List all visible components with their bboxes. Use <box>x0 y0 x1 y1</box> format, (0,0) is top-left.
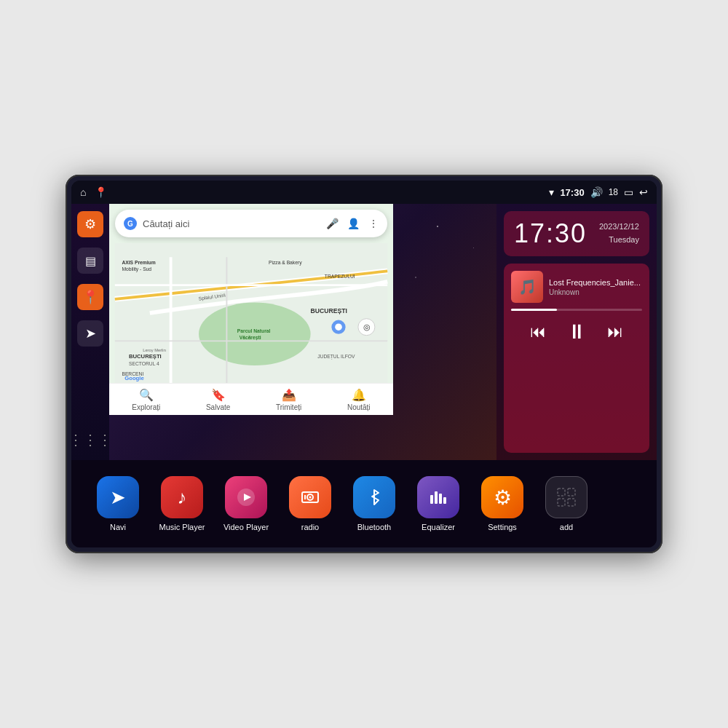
music-meta: Lost Frequencies_Janie... Unknown <box>549 278 642 296</box>
music-controls: ⏮ ⏸ ⏭ <box>511 317 642 347</box>
signal-value: 18 <box>609 187 618 197</box>
bluetooth-label: Bluetooth <box>357 523 391 531</box>
screen: ⌂ 📍 ▾ 17:30 🔊 18 ▭ ↩ ⚙ ▤ <box>71 181 657 547</box>
music-player-icon: ♪ <box>161 476 203 518</box>
svg-text:◎: ◎ <box>363 323 371 331</box>
svg-point-2 <box>199 303 311 365</box>
settings-app-icon: ⚙ <box>481 476 523 518</box>
google-maps-panel[interactable]: G Căutați aici 🎤 👤 ⋮ <box>109 204 393 415</box>
pause-button[interactable]: ⏸ <box>563 317 590 347</box>
svg-point-24 <box>309 496 312 499</box>
explore-label: Explorați <box>132 403 160 411</box>
svg-text:Google: Google <box>124 375 143 381</box>
svg-text:Mobility - Sud: Mobility - Sud <box>122 266 151 272</box>
svg-rect-31 <box>568 488 575 496</box>
maps-tab-explore[interactable]: 🔍 Explorați <box>132 388 160 411</box>
app-add[interactable]: add <box>534 476 598 531</box>
next-button[interactable]: ⏭ <box>604 320 626 344</box>
status-time: 17:30 <box>560 187 584 198</box>
sidebar: ⚙ ▤ 📍 ➤ ⋮⋮⋮ <box>71 204 109 460</box>
svg-text:AXIS Premium: AXIS Premium <box>122 260 155 265</box>
navi-label: Navi <box>110 523 126 531</box>
more-icon[interactable]: ⋮ <box>368 218 379 229</box>
account-icon[interactable]: 👤 <box>347 218 360 229</box>
device: ⌂ 📍 ▾ 17:30 🔊 18 ▭ ↩ ⚙ ▤ <box>66 175 662 553</box>
sidebar-item-grid[interactable]: ⋮⋮⋮ <box>77 427 103 453</box>
gear-icon: ⚙ <box>84 216 96 232</box>
app-grid: ➤ Navi ♪ Music Player Video Player <box>71 460 657 547</box>
settings-label: Settings <box>488 523 517 531</box>
clock-day: Tuesday <box>609 235 639 244</box>
equalizer-label: Equalizer <box>422 523 455 531</box>
explore-icon: 🔍 <box>139 388 154 402</box>
maps-search-input[interactable]: Căutați aici <box>143 218 317 229</box>
music-thumbnail: 🎵 <box>511 271 543 303</box>
google-maps-logo: G <box>124 217 137 230</box>
share-label: Trimiteți <box>276 403 301 411</box>
add-label: add <box>560 523 573 531</box>
maps-search-bar[interactable]: G Căutați aici 🎤 👤 ⋮ <box>115 210 387 237</box>
svg-text:TRAPEZULUI: TRAPEZULUI <box>325 274 355 279</box>
home-icon[interactable]: ⌂ <box>80 186 86 198</box>
saved-icon: 🔖 <box>211 388 226 402</box>
app-video-player[interactable]: Video Player <box>214 476 278 531</box>
clock-time: 17:30 <box>514 218 587 249</box>
app-navi[interactable]: ➤ Navi <box>86 476 150 531</box>
music-progress-fill <box>511 309 557 311</box>
share-icon: 📤 <box>282 388 296 402</box>
news-icon: 🔔 <box>352 388 366 402</box>
app-music-player[interactable]: ♪ Music Player <box>150 476 214 531</box>
sidebar-item-settings[interactable]: ⚙ <box>77 211 103 237</box>
svg-point-16 <box>335 323 342 331</box>
map-panel: G Căutați aici 🎤 👤 ⋮ <box>109 204 496 460</box>
prev-button[interactable]: ⏮ <box>527 320 549 344</box>
music-artist: Unknown <box>549 288 642 296</box>
map-pin-icon: 📍 <box>82 289 98 305</box>
radio-label: radio <box>301 523 319 531</box>
add-icon <box>545 476 587 518</box>
maps-pin-icon[interactable]: 📍 <box>95 186 107 198</box>
status-bar: ⌂ 📍 ▾ 17:30 🔊 18 ▭ ↩ <box>71 181 657 204</box>
volume-icon: 🔊 <box>590 186 603 198</box>
sidebar-item-files[interactable]: ▤ <box>77 248 103 274</box>
svg-text:Pizza & Bakery: Pizza & Bakery <box>269 260 302 266</box>
microphone-icon[interactable]: 🎤 <box>326 218 339 229</box>
main-area: ⚙ ▤ 📍 ➤ ⋮⋮⋮ <box>71 204 657 460</box>
svg-rect-28 <box>439 494 442 504</box>
app-radio[interactable]: radio <box>278 476 342 531</box>
wifi-icon: ▾ <box>549 186 554 198</box>
svg-text:Văcărești: Văcărești <box>240 335 261 341</box>
clock-widget: 17:30 2023/12/12 Tuesday <box>504 211 649 256</box>
nav-arrow-icon: ➤ <box>85 325 96 341</box>
bluetooth-icon <box>353 476 395 518</box>
svg-text:SECTORUL 4: SECTORUL 4 <box>129 361 159 366</box>
center-content: G Căutați aici 🎤 👤 ⋮ <box>109 204 496 460</box>
app-settings[interactable]: ⚙ Settings <box>470 476 534 531</box>
maps-tab-news[interactable]: 🔔 Noutăți <box>347 388 371 411</box>
music-progress-bar[interactable] <box>511 309 642 311</box>
back-icon[interactable]: ↩ <box>639 186 648 198</box>
music-player-label: Music Player <box>159 523 205 531</box>
sidebar-item-navigation[interactable]: ➤ <box>77 320 103 347</box>
video-player-label: Video Player <box>223 523 269 531</box>
right-panel: 17:30 2023/12/12 Tuesday 🎵 Lost Frequenc… <box>496 204 657 460</box>
maps-tab-share[interactable]: 📤 Trimiteți <box>276 388 301 411</box>
files-icon: ▤ <box>85 254 96 268</box>
battery-icon: ▭ <box>624 186 633 198</box>
music-track-info: 🎵 Lost Frequencies_Janie... Unknown <box>511 271 642 303</box>
map-view[interactable]: Splaiul Unirii Parcul Natural Văcărești <box>109 243 393 383</box>
app-equalizer[interactable]: Equalizer <box>406 476 470 531</box>
map-background: G Căutați aici 🎤 👤 ⋮ <box>109 204 496 460</box>
maps-tab-saved[interactable]: 🔖 Salvate <box>206 388 230 411</box>
news-label: Noutăți <box>347 403 371 411</box>
navi-icon: ➤ <box>97 476 139 518</box>
music-widget: 🎵 Lost Frequencies_Janie... Unknown ⏮ ⏸ <box>504 264 649 453</box>
svg-rect-33 <box>568 499 575 506</box>
sidebar-item-maps[interactable]: 📍 <box>77 284 103 310</box>
app-bluetooth[interactable]: Bluetooth <box>342 476 406 531</box>
svg-rect-30 <box>558 488 565 496</box>
grid-icon: ⋮⋮⋮ <box>71 431 112 448</box>
status-left-icons: ⌂ 📍 <box>80 186 107 198</box>
radio-icon <box>289 476 331 518</box>
music-title: Lost Frequencies_Janie... <box>549 278 642 287</box>
